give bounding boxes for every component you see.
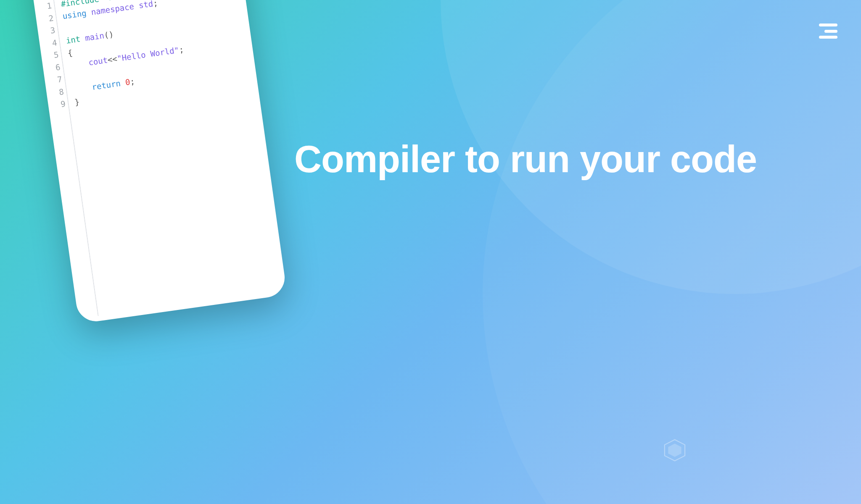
phone-mockup: Compiler Programs Check Code Output 1234… xyxy=(25,0,287,324)
code-editor[interactable]: 123456789 #include <iostream>using names… xyxy=(38,0,282,318)
line-number: 9 xyxy=(53,98,66,112)
line-number: 3 xyxy=(42,24,56,38)
line-number: 1 xyxy=(39,0,53,13)
line-number: 2 xyxy=(40,12,54,26)
svg-marker-1 xyxy=(668,444,681,457)
line-number: 8 xyxy=(51,85,65,99)
line-number: 5 xyxy=(46,49,60,63)
page-headline: Compiler to run your code xyxy=(294,139,836,180)
menu-icon[interactable] xyxy=(819,24,837,39)
hexagon-icon xyxy=(663,438,687,462)
line-number: 7 xyxy=(49,73,63,87)
line-number: 6 xyxy=(48,61,61,75)
line-number: 4 xyxy=(44,37,58,50)
